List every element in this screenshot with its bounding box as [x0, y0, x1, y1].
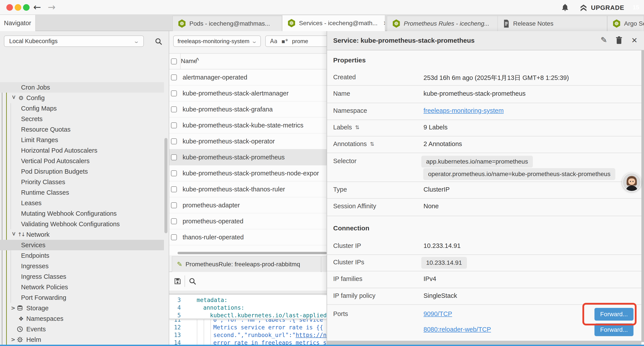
chevron-expanded-icon[interactable]: > — [11, 232, 17, 237]
sidebar-item-mutating-webhook-configurations[interactable]: Mutating Webhook Configurations — [0, 208, 164, 219]
sidebar-item-vertical-pod-autoscalers[interactable]: Vertical Pod Autoscalers — [0, 156, 164, 166]
user-avatar[interactable] — [622, 173, 641, 192]
tab-argo[interactable]: ☸Argo Se — [607, 16, 644, 31]
list-search-input[interactable]: Aa ▪* prome — [265, 35, 326, 47]
table-row-alertmanager-operated[interactable]: alertmanager-operated — [169, 69, 326, 85]
regex-toggle[interactable]: ▪* — [282, 38, 288, 44]
row-checkbox[interactable] — [171, 218, 177, 224]
sidebar-item-endpoints[interactable]: Endpoints — [0, 250, 164, 261]
navigator-panel-tab[interactable]: Navigator — [0, 15, 36, 31]
sidebar-scrollbar[interactable] — [164, 138, 168, 233]
table-row-kube-prometheus-stack-thanos-ruler[interactable]: kube-prometheus-stack-thanos-ruler — [169, 181, 326, 197]
sidebar-item-helm[interactable]: >Helm — [0, 335, 164, 345]
upgrade-icon[interactable] — [579, 3, 588, 12]
table-row-kube-prometheus-stack-kube-state-metrics[interactable]: kube-prometheus-stack-kube-state-metrics — [169, 117, 326, 133]
property-value-ip-family-policy: SingleStack — [424, 292, 457, 299]
drawer-horizontal-scrollbar[interactable] — [327, 341, 641, 345]
sidebar-item-label: Validating Webhook Configurations — [21, 221, 120, 228]
service-name: thanos-ruler-operated — [182, 234, 244, 241]
sidebar-item-config-maps[interactable]: Config Maps — [0, 103, 164, 114]
drawer-vertical-scrollbar[interactable] — [641, 50, 644, 342]
row-checkbox[interactable] — [171, 106, 177, 112]
close-traffic-light[interactable] — [6, 4, 13, 11]
minimize-traffic-light[interactable] — [15, 4, 21, 11]
sidebar-item-events[interactable]: Events — [0, 324, 164, 335]
name-column-header[interactable]: Name — [181, 58, 197, 65]
sidebar-item-horizontal-pod-autoscalers[interactable]: Horizontal Pod Autoscalers — [0, 145, 164, 156]
expand-collapse-icon[interactable]: ⇅ — [370, 141, 374, 147]
sidebar-item-priority-classes[interactable]: Priority Classes — [0, 177, 164, 187]
tab-services[interactable]: ☸Services - icecheng@math...✕ — [282, 15, 385, 31]
table-row-thanos-ruler-operated[interactable]: thanos-ruler-operated — [169, 229, 326, 245]
save-icon[interactable] — [174, 277, 182, 285]
row-checkbox[interactable] — [171, 122, 177, 128]
delete-resource-icon[interactable] — [615, 36, 623, 45]
maximize-traffic-light[interactable] — [23, 4, 30, 11]
row-checkbox[interactable] — [171, 202, 177, 208]
row-checkbox[interactable] — [171, 170, 177, 176]
edit-resource-icon[interactable]: ✎ — [600, 35, 607, 44]
kubeconfig-selector[interactable]: Local Kubeconfigs ⌄ — [4, 35, 144, 47]
table-row-prometheus-adapter[interactable]: prometheus-adapter — [169, 197, 326, 213]
tab-prometheus[interactable]: ☸Prometheus Rules - icecheng... — [387, 16, 498, 31]
property-value-namespace[interactable]: freeleaps-monitoring-system — [424, 107, 504, 114]
namespace-selector[interactable]: freeleaps-monitoring-system ⌄ — [173, 35, 261, 47]
sidebar-search-icon[interactable] — [154, 37, 162, 45]
table-row-kube-prometheus-stack-prometheus[interactable]: kube-prometheus-stack-prometheus — [169, 149, 326, 165]
port-link-9090-tcp[interactable]: 9090/TCP — [424, 310, 452, 318]
sidebar-item-ingresses[interactable]: Ingresses — [0, 261, 164, 271]
row-checkbox[interactable] — [171, 154, 177, 160]
sidebar-item-storage[interactable]: >Storage — [0, 303, 164, 313]
row-checkbox[interactable] — [171, 186, 177, 192]
tab-label: Pods - icecheng@mathmas... — [190, 20, 270, 27]
notification-count-badge[interactable]: 15 — [630, 2, 641, 13]
select-all-checkbox[interactable] — [171, 58, 177, 64]
sidebar-item-namespaces[interactable]: ❖Namespaces — [0, 313, 164, 324]
sidebar-item-config[interactable]: >⚙Config — [0, 93, 164, 103]
close-tab-icon[interactable]: ✕ — [383, 20, 385, 26]
sidebar-item-network[interactable]: >↑↓Network — [0, 229, 164, 240]
sidebar-item-pod-disruption-budgets[interactable]: Pod Disruption Budgets — [0, 166, 164, 177]
sidebar-item-port-forwarding[interactable]: Port Forwarding — [0, 292, 164, 303]
notifications-bell-icon[interactable] — [561, 3, 570, 12]
chevron-collapsed-icon[interactable]: > — [11, 305, 17, 311]
chevron-expanded-icon[interactable]: > — [11, 95, 17, 101]
close-drawer-icon[interactable]: ✕ — [631, 36, 638, 45]
table-row-kube-prometheus-stack-alertmanager[interactable]: kube-prometheus-stack-alertmanager — [169, 85, 326, 101]
table-row-prometheus-operated[interactable]: prometheus-operated — [169, 213, 326, 229]
sidebar-item-cron-jobs[interactable]: Cron Jobs — [0, 82, 164, 93]
editor-search-icon[interactable] — [188, 277, 196, 285]
back-button[interactable]: ← — [33, 2, 41, 12]
upgrade-button[interactable]: UPGRADE — [591, 4, 624, 11]
row-checkbox[interactable] — [171, 234, 177, 240]
port-link-8080-reloader-web-tcp[interactable]: 8080:reloader-web/TCP — [424, 326, 491, 333]
sidebar-item-validating-webhook-configurations[interactable]: Validating Webhook Configurations — [0, 219, 164, 229]
expand-collapse-icon[interactable]: ⇅ — [355, 124, 359, 130]
sidebar-item-ingress-classes[interactable]: Ingress Classes — [0, 271, 164, 282]
code-text: 0","for":"nm","labels":{"service":" — [213, 320, 326, 324]
sidebar-item-limit-ranges[interactable]: Limit Ranges — [0, 135, 164, 145]
code-link[interactable]: https://net — [296, 332, 326, 338]
sidebar-item-network-policies[interactable]: Network Policies — [0, 282, 164, 292]
database-icon — [17, 305, 26, 311]
table-row-kube-prometheus-stack-operator[interactable]: kube-prometheus-stack-operator — [169, 133, 326, 149]
sidebar-item-leases[interactable]: Leases — [0, 198, 164, 208]
forward-button[interactable]: → — [48, 2, 56, 12]
yaml-editor[interactable]: 110","for":"nm","labels":{"service":"12M… — [169, 296, 326, 346]
row-checkbox[interactable] — [171, 90, 177, 96]
sidebar-item-services[interactable]: Services — [0, 240, 164, 250]
match-case-toggle[interactable]: Aa — [270, 38, 278, 44]
table-row-kube-prometheus-stack-grafana[interactable]: kube-prometheus-stack-grafana — [169, 101, 326, 117]
row-checkbox[interactable] — [171, 74, 177, 80]
sidebar-item-secrets[interactable]: Secrets — [0, 114, 164, 124]
table-row-kube-prometheus-stack-prometheus-node-expor[interactable]: kube-prometheus-stack-prometheus-node-ex… — [169, 165, 326, 181]
editor-tab-prometheusrule[interactable]: ✎ PrometheusRule: freeleaps-prod-rabbitm… — [172, 256, 321, 272]
sidebar-item-runtime-classes[interactable]: Runtime Classes — [0, 187, 164, 198]
tab-pods[interactable]: ☸Pods - icecheng@mathmas... — [172, 16, 282, 31]
chevron-collapsed-icon[interactable]: > — [11, 337, 17, 343]
editor-tab-next[interactable]: ✎ — [321, 256, 326, 272]
tab-release[interactable]: Release Notes — [498, 16, 607, 31]
horizontal-scrollbar[interactable] — [178, 252, 326, 254]
row-checkbox[interactable] — [171, 138, 177, 144]
sidebar-item-resource-quotas[interactable]: Resource Quotas — [0, 124, 164, 135]
